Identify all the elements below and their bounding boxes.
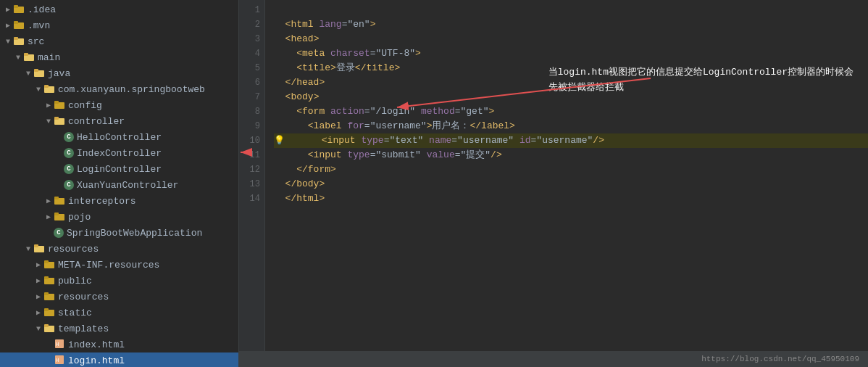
tree-item-LoginController[interactable]: CLoginController xyxy=(0,161,238,177)
code-line: <title>登录</title> xyxy=(274,61,868,75)
tree-item-src[interactable]: ▼src xyxy=(0,33,238,49)
tree-arrow: ▶ xyxy=(3,5,13,14)
code-line: <body> xyxy=(274,90,868,104)
tree-item-templates[interactable]: ▼templates xyxy=(0,321,238,337)
svg-rect-25 xyxy=(44,276,49,279)
svg-text:H: H xyxy=(56,342,59,347)
tree-item-resources2[interactable]: ▶resources xyxy=(0,289,238,305)
code-line: <label for="username">用户名：</label> xyxy=(274,119,868,133)
svg-rect-9 xyxy=(34,69,38,72)
tree-item-idea[interactable]: ▶.idea xyxy=(0,1,238,17)
tree-arrow: ▼ xyxy=(3,38,13,46)
tree-label: public xyxy=(58,276,92,286)
folder-icon xyxy=(43,307,55,318)
tree-arrow: ▼ xyxy=(33,86,43,94)
code-line xyxy=(274,3,868,17)
tree-item-static[interactable]: ▶static xyxy=(0,305,238,321)
code-text: </html> xyxy=(274,191,325,206)
line-number: 10 xyxy=(239,133,260,148)
svg-rect-21 xyxy=(34,244,38,247)
tree-arrow: ▼ xyxy=(33,325,43,333)
svg-rect-11 xyxy=(44,85,49,88)
tree-item-controller[interactable]: ▼controller xyxy=(0,113,238,129)
tree-label: index.html xyxy=(68,339,125,350)
svg-rect-19 xyxy=(54,213,59,215)
code-editor: 1234567891011121314 <html lang="en"> <he… xyxy=(239,0,868,367)
line-numbers: 1234567891011121314 xyxy=(239,0,265,367)
tree-item-index.html[interactable]: Hindex.html xyxy=(0,337,238,352)
bottom-bar: https://blog.csdn.net/qq_45950109 xyxy=(239,351,868,367)
tree-item-mvn[interactable]: ▶.mvn xyxy=(0,17,238,33)
tree-item-HelloController[interactable]: CHelloController xyxy=(0,129,238,145)
tree-arrow: ▼ xyxy=(23,245,33,253)
code-text: </head> xyxy=(274,75,325,90)
line-number: 9 xyxy=(239,119,260,133)
tree-item-login.html[interactable]: Hlogin.html xyxy=(0,352,238,367)
svg-rect-31 xyxy=(44,324,49,327)
folder-icon xyxy=(54,211,65,223)
line-number: 1 xyxy=(239,3,260,17)
code-text: </body> xyxy=(274,177,325,191)
tree-item-public[interactable]: ▶public xyxy=(0,273,238,289)
tree-item-resources[interactable]: ▼resources xyxy=(0,241,238,257)
folder-icon xyxy=(43,275,55,286)
tree-label: resources xyxy=(48,244,99,255)
tree-label: .idea xyxy=(28,4,56,15)
tree-arrow: ▼ xyxy=(23,70,33,78)
tree-arrow: ▼ xyxy=(13,54,23,62)
code-text: <input type="text" name="username" id="u… xyxy=(288,133,604,148)
tree-label: LoginController xyxy=(77,164,162,175)
code-text: <input type="submit" value="提交"/> xyxy=(274,148,502,162)
tree-arrow: ▶ xyxy=(33,276,43,285)
folder-icon xyxy=(13,4,25,15)
line-number: 8 xyxy=(239,104,260,119)
line-number: 3 xyxy=(239,32,260,46)
line-number: 12 xyxy=(239,162,260,177)
tree-label: config xyxy=(68,100,102,111)
svg-rect-7 xyxy=(24,53,28,56)
code-line: </html> xyxy=(274,191,868,206)
tree-item-com[interactable]: ▼com.xuanyaun.springbootweb xyxy=(0,81,238,97)
svg-rect-27 xyxy=(44,292,49,295)
code-line: <input type="submit" value="提交"/> xyxy=(274,148,868,162)
code-line: 💡 <input type="text" name="username" id=… xyxy=(274,133,868,148)
line-number: 4 xyxy=(239,46,260,61)
tree-label: java xyxy=(48,68,70,79)
folder-icon xyxy=(33,67,45,79)
tree-item-java[interactable]: ▼java xyxy=(0,65,238,81)
file-tree[interactable]: ▶.idea▶.mvn▼src▼main▼java▼com.xuanyaun.s… xyxy=(0,0,239,367)
html-icon: H xyxy=(54,339,65,350)
code-line: </head> xyxy=(274,75,868,90)
code-text: <body> xyxy=(274,90,319,104)
tree-item-IndexController[interactable]: CIndexController xyxy=(0,145,238,161)
line-number: 5 xyxy=(239,61,260,75)
tree-item-config[interactable]: ▶config xyxy=(0,97,238,113)
tree-label: HelloController xyxy=(77,132,162,143)
tree-item-main[interactable]: ▼main xyxy=(0,49,238,65)
tree-item-pojo[interactable]: ▶pojo xyxy=(0,209,238,225)
svg-rect-23 xyxy=(44,260,49,263)
tree-item-XuanYuanController[interactable]: CXuanYuanController xyxy=(0,177,238,193)
tree-arrow: ▶ xyxy=(43,213,54,221)
code-text: </form> xyxy=(274,162,336,177)
tree-item-SpringBootWebApplication[interactable]: CSpringBootWebApplication xyxy=(0,225,238,241)
svg-rect-5 xyxy=(14,37,18,40)
tree-arrow: ▼ xyxy=(43,117,54,125)
svg-rect-29 xyxy=(44,308,49,311)
svg-rect-1 xyxy=(14,5,18,8)
tree-label: META-INF.resources xyxy=(58,260,159,271)
code-text: <title>登录</title> xyxy=(274,61,400,75)
tree-label: SpringBootWebApplication xyxy=(67,228,202,239)
folder-icon xyxy=(54,115,65,127)
tree-label: com.xuanyaun.springbootweb xyxy=(58,84,205,95)
tree-arrow: ▶ xyxy=(33,308,43,317)
lightbulb-icon[interactable]: 💡 xyxy=(274,133,285,148)
tree-label: .mvn xyxy=(28,20,50,31)
tree-label: XuanYuanController xyxy=(77,180,178,191)
code-line: <head> xyxy=(274,32,868,46)
tree-label: main xyxy=(38,52,60,63)
tree-item-interceptors[interactable]: ▶interceptors xyxy=(0,193,238,209)
line-number: 7 xyxy=(239,90,260,104)
tree-item-META-INF.resources[interactable]: ▶META-INF.resources xyxy=(0,257,238,273)
code-line: </body> xyxy=(274,177,868,191)
